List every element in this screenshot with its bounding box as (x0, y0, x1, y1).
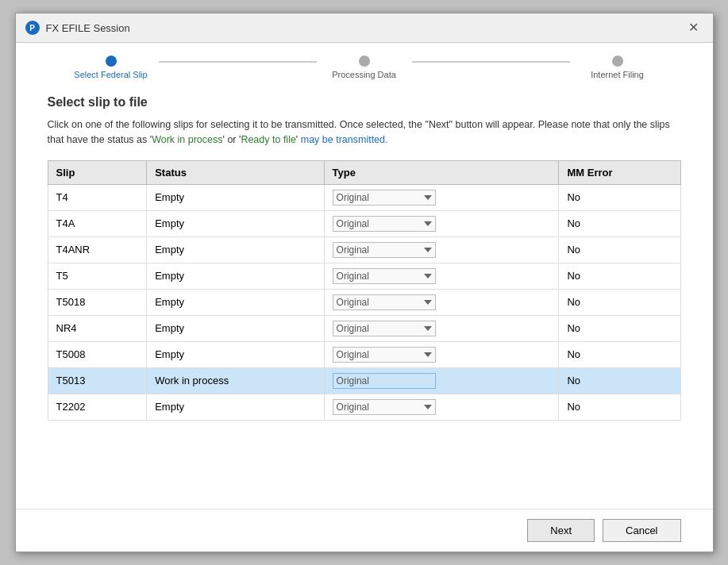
cell-type[interactable]: OriginalAmendmentCancelled (324, 289, 559, 315)
main-content: Select slip to file Click on one of the … (16, 83, 713, 509)
slip-table-body: T4EmptyOriginalAmendmentCancelledNoT4AEm… (48, 184, 680, 420)
dialog-title: FX EFILE Session (46, 22, 130, 34)
cell-status: Empty (147, 341, 324, 367)
cell-mm-error: No (559, 341, 680, 367)
wizard-steps: Select Federal Slip Processing Data Inte… (16, 43, 713, 83)
table-row[interactable]: T4EmptyOriginalAmendmentCancelledNo (48, 184, 680, 210)
table-row[interactable]: T5018EmptyOriginalAmendmentCancelledNo (48, 289, 680, 315)
cancel-button[interactable]: Cancel (603, 519, 680, 542)
cell-status: Empty (147, 184, 324, 210)
type-select[interactable]: OriginalAmendmentCancelled (333, 216, 436, 232)
col-header-type: Type (324, 160, 559, 184)
step-dot-1 (106, 56, 117, 67)
cell-type[interactable]: OriginalAmendmentCancelled (324, 184, 559, 210)
may-be-transmitted: may be transmitted. (301, 134, 388, 145)
app-icon: P (25, 21, 40, 35)
cell-mm-error: No (559, 184, 680, 210)
type-select[interactable]: OriginalAmendmentCancelled (333, 294, 436, 310)
step-label-2: Processing Data (317, 70, 412, 79)
cell-slip: T4 (48, 184, 147, 210)
cell-slip: T5 (48, 263, 147, 289)
cell-type[interactable]: OriginalAmendmentCancelled (324, 341, 559, 367)
cell-status: Empty (147, 289, 324, 315)
cell-mm-error: No (559, 236, 680, 263)
cell-status: Work in process (147, 367, 324, 394)
table-row[interactable]: T5008EmptyOriginalAmendmentCancelledNo (48, 341, 680, 367)
cell-slip: T5008 (48, 341, 147, 367)
table-row[interactable]: T2202EmptyOriginalAmendmentCancelledNo (48, 394, 680, 420)
slip-table: Slip Status Type MM Error T4EmptyOrigina… (48, 160, 681, 421)
table-header-row: Slip Status Type MM Error (48, 160, 680, 184)
title-bar: P FX EFILE Session ✕ (16, 13, 713, 43)
cell-mm-error: No (559, 210, 680, 236)
type-select[interactable]: OriginalAmendmentCancelled (333, 268, 436, 284)
cell-slip: NR4 (48, 315, 147, 341)
cell-status: Empty (147, 210, 324, 236)
step-connector-1 (159, 61, 317, 63)
step-connector-2 (412, 61, 570, 63)
cell-slip: T5018 (48, 289, 147, 315)
col-header-mm-error: MM Error (559, 160, 680, 184)
cell-mm-error: No (559, 394, 680, 420)
status-work-highlight: Work in process (152, 134, 222, 145)
cell-slip: T4A (48, 210, 147, 236)
table-row[interactable]: NR4EmptyOriginalAmendmentCancelledNo (48, 315, 680, 341)
table-row[interactable]: T5013Work in processOriginalAmendmentCan… (48, 367, 680, 394)
close-button[interactable]: ✕ (684, 20, 703, 36)
wizard-step-2: Processing Data (317, 56, 412, 79)
type-select[interactable]: OriginalAmendmentCancelled (333, 190, 436, 206)
cell-slip: T2202 (48, 394, 147, 420)
step-dot-2 (359, 56, 370, 67)
col-header-slip: Slip (48, 160, 147, 184)
col-header-status: Status (147, 160, 324, 184)
cell-slip: T4ANR (48, 236, 147, 263)
status-ready-highlight: Ready to file (241, 134, 295, 145)
cell-type[interactable]: OriginalAmendmentCancelled (324, 394, 559, 420)
cell-type[interactable]: OriginalAmendmentCancelled (324, 315, 559, 341)
cell-mm-error: No (559, 289, 680, 315)
wizard-step-3: Internet Filing (570, 56, 665, 79)
cell-status: Empty (147, 236, 324, 263)
cell-type[interactable]: OriginalAmendmentCancelled (324, 236, 559, 263)
type-select[interactable]: OriginalAmendmentCancelled (333, 373, 436, 389)
type-select[interactable]: OriginalAmendmentCancelled (333, 347, 436, 363)
cell-status: Empty (147, 394, 324, 420)
cell-status: Empty (147, 315, 324, 341)
next-button[interactable]: Next (527, 519, 595, 542)
table-row[interactable]: T4AEmptyOriginalAmendmentCancelledNo (48, 210, 680, 236)
main-dialog: P FX EFILE Session ✕ Select Federal Slip… (15, 13, 714, 552)
table-row[interactable]: T5EmptyOriginalAmendmentCancelledNo (48, 263, 680, 289)
table-row[interactable]: T4ANREmptyOriginalAmendmentCancelledNo (48, 236, 680, 263)
cell-mm-error: No (559, 367, 680, 394)
section-title: Select slip to file (48, 95, 681, 110)
cell-slip: T5013 (48, 367, 147, 394)
cell-mm-error: No (559, 315, 680, 341)
step-label-3: Internet Filing (570, 70, 665, 79)
cell-mm-error: No (559, 263, 680, 289)
cell-type[interactable]: OriginalAmendmentCancelled (324, 210, 559, 236)
title-bar-left: P FX EFILE Session (25, 21, 130, 35)
wizard-step-1: Select Federal Slip (64, 56, 159, 79)
type-select[interactable]: OriginalAmendmentCancelled (333, 399, 436, 415)
step-label-1: Select Federal Slip (64, 70, 159, 79)
type-select[interactable]: OriginalAmendmentCancelled (333, 242, 436, 258)
type-select[interactable]: OriginalAmendmentCancelled (333, 321, 436, 336)
step-dot-3 (612, 56, 623, 67)
cell-status: Empty (147, 263, 324, 289)
cell-type[interactable]: OriginalAmendmentCancelled (324, 367, 559, 394)
cell-type[interactable]: OriginalAmendmentCancelled (324, 263, 559, 289)
description-text: Click on one of the following slips for … (48, 117, 681, 148)
dialog-footer: Next Cancel (16, 509, 713, 552)
